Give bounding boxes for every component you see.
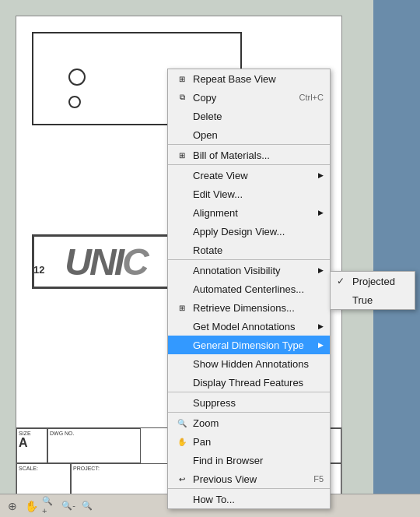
apply-design-view-icon (174, 225, 190, 237)
menu-item-rotate[interactable]: Rotate (168, 241, 330, 260)
previous-view-icon: ↩ (174, 473, 190, 485)
menu-item-edit-view[interactable]: Edit View... (168, 185, 330, 203)
annotation-visibility-icon (174, 264, 190, 276)
menu-item-apply-design-view[interactable]: Apply Design View... (168, 222, 330, 241)
display-thread-features-icon (174, 376, 190, 389)
projected-label: Projected (352, 276, 395, 287)
right-panel (373, 0, 420, 517)
projected-check: ✓ (337, 276, 349, 287)
size-value: A (19, 436, 45, 450)
menu-item-delete[interactable]: Delete (168, 107, 330, 125)
status-icon-4[interactable]: 🔍- (61, 498, 76, 514)
suppress-icon (174, 396, 190, 409)
delete-icon (174, 110, 190, 122)
copy-shortcut: Ctrl+C (299, 93, 324, 102)
zoom-icon: 🔍 (174, 417, 190, 429)
status-icon-2[interactable]: ✋ (23, 498, 39, 514)
alignment-label: Alignment (193, 207, 315, 219)
pan-icon: ✋ (174, 435, 190, 448)
previous-view-shortcut: F5 (313, 474, 324, 484)
menu-item-open[interactable]: Open (168, 125, 330, 145)
status-icon-5[interactable]: 🔍 (79, 498, 95, 514)
general-dimension-type-icon (174, 339, 190, 351)
logo-area: UNI C (32, 234, 187, 297)
status-icon-3[interactable]: 🔍+ (42, 498, 58, 514)
annotation-visibility-label: Annotation Visibility (193, 265, 315, 276)
general-dimension-type-submenu-arrow: ▶ (318, 341, 324, 349)
logo-text: UNI (65, 241, 122, 283)
menu-item-bill-of-materials[interactable]: ⊞Bill of Materials... (168, 146, 330, 165)
delete-label: Delete (193, 111, 324, 122)
get-model-annotations-label: Get Model Annotations (193, 321, 315, 332)
project-label: PROJECT: (73, 466, 170, 471)
annotation-visibility-submenu-arrow: ▶ (318, 266, 324, 274)
retrieve-dimensions-label: Retrieve Dimensions... (193, 302, 324, 314)
automated-centerlines-icon (174, 283, 190, 295)
zoom-label: Zoom (193, 417, 324, 429)
size-label: SIZE (19, 431, 45, 436)
show-hidden-annotations-label: Show Hidden Annotations (193, 358, 324, 370)
menu-item-repeat-base-view[interactable]: ⊞Repeat Base View (168, 69, 330, 88)
create-view-submenu-arrow: ▶ (318, 171, 324, 179)
submenu: ✓ProjectedTrue (330, 271, 415, 310)
menu-item-zoom[interactable]: 🔍Zoom (168, 413, 330, 432)
rotate-icon (174, 244, 190, 256)
dwgno-cell: DWG NO. (47, 428, 141, 463)
edit-view-icon (174, 188, 190, 200)
repeat-base-view-label: Repeat Base View (193, 73, 324, 85)
menu-item-previous-view[interactable]: ↩Previous ViewF5 (168, 470, 330, 489)
menu-item-create-view[interactable]: Create View▶ (168, 166, 330, 185)
circle-3 (68, 96, 81, 108)
logo-text2: C (122, 241, 147, 283)
retrieve-dimensions-icon: ⊞ (174, 301, 190, 314)
bill-of-materials-label: Bill of Materials... (193, 149, 324, 161)
menu-item-find-in-browser[interactable]: Find in Browser (168, 451, 330, 470)
menu-item-alignment[interactable]: Alignment▶ (168, 203, 330, 222)
menu-item-retrieve-dimensions[interactable]: ⊞Retrieve Dimensions... (168, 298, 330, 317)
alignment-submenu-arrow: ▶ (318, 209, 324, 216)
get-model-annotations-submenu-arrow: ▶ (318, 322, 324, 330)
find-in-browser-label: Find in Browser (193, 455, 324, 466)
open-icon (174, 128, 190, 141)
status-icon-1[interactable]: ⊕ (5, 498, 20, 514)
how-to-icon (174, 493, 190, 505)
automated-centerlines-label: Automated Centerlines... (193, 283, 324, 295)
how-to-label: How To... (193, 494, 324, 505)
copy-icon: ⧉ (174, 91, 190, 104)
copy-label: Copy (193, 92, 293, 104)
menu-item-display-thread-features[interactable]: Display Thread Features (168, 373, 330, 392)
menu-item-annotation-visibility[interactable]: Annotation Visibility▶ (168, 261, 330, 280)
menu-item-automated-centerlines[interactable]: Automated Centerlines... (168, 280, 330, 298)
menu-item-pan[interactable]: ✋Pan (168, 432, 330, 451)
submenu-item-projected[interactable]: ✓Projected (331, 272, 415, 290)
previous-view-label: Previous View (193, 473, 307, 485)
suppress-label: Suppress (193, 397, 324, 409)
rotate-label: Rotate (193, 244, 324, 256)
dwgno-label: DWG NO. (50, 431, 138, 436)
alignment-icon (174, 206, 190, 219)
general-dimension-type-label: General Dimension Type (193, 339, 315, 351)
apply-design-view-label: Apply Design View... (193, 226, 324, 237)
show-hidden-annotations-icon (174, 357, 190, 370)
find-in-browser-icon (174, 454, 190, 466)
menu-item-copy[interactable]: ⧉CopyCtrl+C (168, 88, 330, 107)
circle-1 (68, 69, 86, 86)
menu-item-suppress[interactable]: Suppress (168, 393, 330, 413)
submenu-item-true[interactable]: True (331, 290, 415, 309)
menu-item-how-to[interactable]: How To... (168, 490, 330, 508)
display-thread-features-label: Display Thread Features (193, 377, 324, 389)
scale-label: SCALE: (19, 466, 68, 471)
open-label: Open (193, 129, 324, 141)
context-menu: ⊞Repeat Base View⧉CopyCtrl+CDeleteOpen⊞B… (167, 69, 331, 509)
create-view-icon (174, 169, 190, 181)
edit-view-label: Edit View... (193, 188, 324, 200)
menu-item-general-dimension-type[interactable]: General Dimension Type▶ (168, 336, 330, 354)
menu-item-get-model-annotations[interactable]: Get Model Annotations▶ (168, 317, 330, 336)
get-model-annotations-icon (174, 320, 190, 332)
repeat-base-view-icon: ⊞ (174, 72, 190, 85)
true-label: True (352, 294, 373, 306)
size-cell: SIZE A (16, 428, 47, 463)
num-12: 12 (33, 264, 44, 276)
pan-label: Pan (193, 436, 324, 448)
menu-item-show-hidden-annotations[interactable]: Show Hidden Annotations (168, 354, 330, 373)
